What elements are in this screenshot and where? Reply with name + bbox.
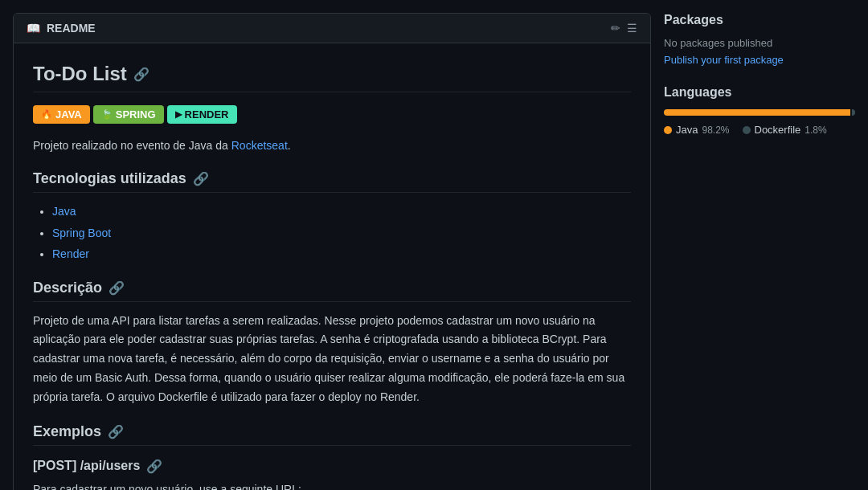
badge-java-icon: 🔥 (41, 109, 52, 120)
examples-heading-text: Exemplos (33, 423, 101, 440)
page-layout: 📖 README ✏ ☰ To-Do List 🔗 🔥 (0, 0, 868, 490)
readme-header: 📖 README ✏ ☰ (14, 14, 650, 43)
badge-spring-label: SPRING (116, 108, 156, 120)
tech-java-link[interactable]: Java (52, 205, 76, 218)
publish-package-link[interactable]: Publish your first package (664, 54, 855, 66)
sidebar: Packages No packages published Publish y… (651, 0, 868, 490)
lang-dot-docker (743, 126, 751, 134)
list-item: Spring Boot (52, 224, 631, 242)
post-users-anchor-icon[interactable]: 🔗 (146, 459, 162, 474)
title-anchor-icon[interactable]: 🔗 (133, 67, 149, 82)
intro-text-before: Projeto realizado no evento de Java da (33, 139, 231, 152)
doc-title-text: To-Do List (33, 63, 127, 85)
lang-name-java: Java (676, 124, 698, 136)
rocketseat-link[interactable]: Rocketseat (231, 139, 288, 152)
lang-bar-docker (852, 109, 855, 116)
badge-java-label: JAVA (55, 108, 82, 120)
no-packages-text: No packages published (664, 37, 855, 49)
doc-title: To-Do List 🔗 (33, 63, 631, 92)
edit-icon[interactable]: ✏ (611, 22, 620, 35)
list-item: Render (52, 245, 631, 263)
post-users-heading: [POST] /api/users 🔗 (33, 459, 631, 474)
lang-list: Java 98.2% Dockerfile 1.8% (664, 124, 855, 136)
technologies-list: Java Spring Boot Render (33, 202, 631, 263)
list-item: Java (52, 202, 631, 220)
technologies-heading: Tecnologias utilizadas 🔗 (33, 170, 631, 193)
badge-spring-icon: 🍃 (101, 109, 113, 120)
description-heading: Descrição 🔗 (33, 280, 631, 302)
readme-header-icons: ✏ ☰ (611, 22, 637, 35)
packages-section: Packages No packages published Publish y… (664, 13, 855, 66)
technologies-anchor-icon[interactable]: 🔗 (193, 171, 209, 186)
readme-body: To-Do List 🔗 🔥 JAVA 🍃 SPRING ▶ R (14, 43, 650, 490)
readme-panel: 📖 README ✏ ☰ To-Do List 🔗 🔥 (13, 13, 651, 490)
badge-spring: 🍃 SPRING (93, 105, 164, 124)
description-text: Projeto de uma API para listar tarefas a… (33, 312, 631, 407)
lang-pct-java: 98.2% (702, 125, 729, 136)
lang-dot-java (664, 126, 672, 134)
description-anchor-icon[interactable]: 🔗 (108, 280, 125, 296)
main-content: 📖 README ✏ ☰ To-Do List 🔗 🔥 (0, 0, 651, 490)
post-users-text: Para cadastrar um novo usuário, use a se… (33, 480, 631, 490)
readme-header-left: 📖 README (27, 22, 96, 35)
examples-heading: Exemplos 🔗 (33, 423, 631, 446)
tech-render-link[interactable]: Render (52, 247, 89, 260)
languages-title: Languages (664, 85, 855, 100)
lang-bar-java (664, 109, 850, 116)
post-users-heading-text: [POST] /api/users (33, 459, 140, 473)
badge-render-label: RENDER (185, 108, 229, 120)
packages-title: Packages (664, 13, 855, 27)
tech-spring-link[interactable]: Spring Boot (52, 227, 111, 239)
badge-render: ▶ RENDER (167, 105, 237, 124)
lang-name-docker: Dockerfile (755, 124, 801, 136)
badge-java: 🔥 JAVA (33, 105, 90, 124)
language-bar (664, 109, 855, 116)
intro-paragraph: Projeto realizado no evento de Java da R… (33, 137, 631, 154)
badge-render-icon: ▶ (175, 109, 182, 120)
badges-container: 🔥 JAVA 🍃 SPRING ▶ RENDER (33, 105, 631, 124)
examples-anchor-icon[interactable]: 🔗 (108, 424, 124, 439)
book-icon: 📖 (27, 22, 40, 35)
intro-text-after: . (288, 139, 291, 152)
readme-label: README (47, 22, 96, 35)
list-icon[interactable]: ☰ (627, 22, 637, 35)
technologies-heading-text: Tecnologias utilizadas (33, 170, 186, 187)
description-heading-text: Descrição (33, 280, 102, 296)
languages-section: Languages Java 98.2% Dockerfile 1.8% (664, 85, 855, 136)
lang-pct-docker: 1.8% (805, 125, 826, 136)
lang-item-java: Java 98.2% (664, 124, 730, 136)
lang-item-docker: Dockerfile 1.8% (743, 124, 827, 136)
